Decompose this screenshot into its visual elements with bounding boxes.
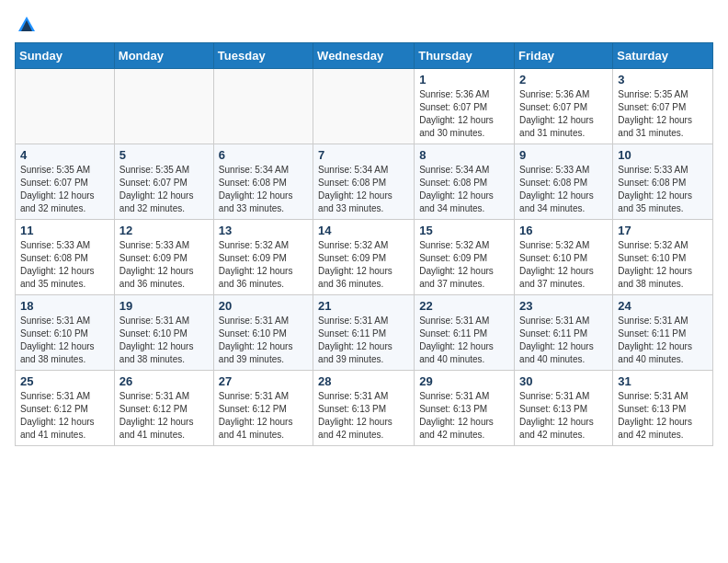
- calendar-cell: 2Sunrise: 5:36 AM Sunset: 6:07 PM Daylig…: [515, 69, 613, 144]
- day-info: Sunrise: 5:36 AM Sunset: 6:07 PM Dayligh…: [419, 88, 509, 140]
- day-number: 18: [20, 299, 109, 313]
- calendar-cell: 8Sunrise: 5:34 AM Sunset: 6:08 PM Daylig…: [415, 144, 515, 220]
- day-number: 24: [618, 299, 708, 313]
- day-number: 28: [318, 374, 409, 388]
- day-info: Sunrise: 5:31 AM Sunset: 6:13 PM Dayligh…: [519, 390, 608, 442]
- day-number: 6: [219, 148, 308, 162]
- calendar-cell: 6Sunrise: 5:34 AM Sunset: 6:08 PM Daylig…: [213, 144, 313, 220]
- calendar-cell: 12Sunrise: 5:33 AM Sunset: 6:09 PM Dayli…: [114, 220, 213, 295]
- day-number: 9: [519, 148, 608, 162]
- calendar-cell: 9Sunrise: 5:33 AM Sunset: 6:08 PM Daylig…: [515, 144, 613, 220]
- day-number: 29: [419, 374, 509, 388]
- day-number: 5: [119, 148, 209, 162]
- day-number: 19: [119, 299, 209, 313]
- calendar-header-monday: Monday: [114, 43, 213, 69]
- day-number: 22: [419, 299, 509, 313]
- calendar-cell: 3Sunrise: 5:35 AM Sunset: 6:07 PM Daylig…: [613, 69, 713, 144]
- day-info: Sunrise: 5:35 AM Sunset: 6:07 PM Dayligh…: [20, 164, 109, 215]
- day-info: Sunrise: 5:31 AM Sunset: 6:11 PM Dayligh…: [618, 315, 708, 366]
- day-number: 14: [318, 224, 409, 237]
- day-info: Sunrise: 5:33 AM Sunset: 6:08 PM Dayligh…: [519, 164, 608, 215]
- day-info: Sunrise: 5:36 AM Sunset: 6:07 PM Dayligh…: [519, 88, 608, 140]
- calendar-cell: 10Sunrise: 5:33 AM Sunset: 6:08 PM Dayli…: [613, 144, 713, 220]
- calendar-cell: 13Sunrise: 5:32 AM Sunset: 6:09 PM Dayli…: [213, 220, 313, 295]
- calendar-cell: 1Sunrise: 5:36 AM Sunset: 6:07 PM Daylig…: [415, 69, 515, 144]
- day-number: 15: [419, 224, 509, 237]
- day-number: 17: [618, 224, 708, 237]
- day-info: Sunrise: 5:31 AM Sunset: 6:13 PM Dayligh…: [419, 390, 509, 442]
- calendar-cell: 11Sunrise: 5:33 AM Sunset: 6:08 PM Dayli…: [16, 220, 115, 295]
- calendar-cell: 30Sunrise: 5:31 AM Sunset: 6:13 PM Dayli…: [515, 371, 613, 446]
- calendar-cell: 19Sunrise: 5:31 AM Sunset: 6:10 PM Dayli…: [114, 295, 213, 371]
- calendar-cell: 26Sunrise: 5:31 AM Sunset: 6:12 PM Dayli…: [114, 371, 213, 446]
- day-info: Sunrise: 5:31 AM Sunset: 6:10 PM Dayligh…: [219, 315, 308, 366]
- day-number: 11: [20, 224, 109, 237]
- day-number: 16: [519, 224, 608, 237]
- day-number: 26: [119, 374, 209, 388]
- calendar-header-tuesday: Tuesday: [213, 43, 313, 69]
- calendar-cell: 4Sunrise: 5:35 AM Sunset: 6:07 PM Daylig…: [16, 144, 115, 220]
- calendar-cell: 18Sunrise: 5:31 AM Sunset: 6:10 PM Dayli…: [16, 295, 115, 371]
- day-number: 10: [618, 148, 708, 162]
- calendar-week-row: 18Sunrise: 5:31 AM Sunset: 6:10 PM Dayli…: [16, 295, 713, 371]
- calendar-cell: 25Sunrise: 5:31 AM Sunset: 6:12 PM Dayli…: [16, 371, 115, 446]
- calendar-cell: 31Sunrise: 5:31 AM Sunset: 6:13 PM Dayli…: [613, 371, 713, 446]
- day-number: 12: [119, 224, 209, 237]
- day-info: Sunrise: 5:31 AM Sunset: 6:10 PM Dayligh…: [119, 315, 209, 366]
- calendar-header-sunday: Sunday: [16, 43, 115, 69]
- day-info: Sunrise: 5:31 AM Sunset: 6:13 PM Dayligh…: [318, 390, 409, 442]
- calendar-cell: 5Sunrise: 5:35 AM Sunset: 6:07 PM Daylig…: [114, 144, 213, 220]
- calendar-header-row: SundayMondayTuesdayWednesdayThursdayFrid…: [16, 43, 713, 69]
- calendar-cell: 21Sunrise: 5:31 AM Sunset: 6:11 PM Dayli…: [313, 295, 415, 371]
- day-info: Sunrise: 5:31 AM Sunset: 6:11 PM Dayligh…: [318, 315, 409, 366]
- day-number: 27: [219, 374, 308, 388]
- day-number: 25: [20, 374, 109, 388]
- day-info: Sunrise: 5:32 AM Sunset: 6:09 PM Dayligh…: [318, 239, 409, 291]
- calendar-cell: 7Sunrise: 5:34 AM Sunset: 6:08 PM Daylig…: [313, 144, 415, 220]
- day-number: 20: [219, 299, 308, 313]
- day-info: Sunrise: 5:31 AM Sunset: 6:11 PM Dayligh…: [419, 315, 509, 366]
- day-info: Sunrise: 5:32 AM Sunset: 6:09 PM Dayligh…: [219, 239, 308, 291]
- calendar-cell: 15Sunrise: 5:32 AM Sunset: 6:09 PM Dayli…: [415, 220, 515, 295]
- calendar-cell: 23Sunrise: 5:31 AM Sunset: 6:11 PM Dayli…: [515, 295, 613, 371]
- day-info: Sunrise: 5:31 AM Sunset: 6:10 PM Dayligh…: [20, 315, 109, 366]
- calendar-header-saturday: Saturday: [613, 43, 713, 69]
- calendar-cell: 24Sunrise: 5:31 AM Sunset: 6:11 PM Dayli…: [613, 295, 713, 371]
- calendar-cell: [114, 69, 213, 144]
- calendar-week-row: 1Sunrise: 5:36 AM Sunset: 6:07 PM Daylig…: [16, 69, 713, 144]
- day-info: Sunrise: 5:31 AM Sunset: 6:11 PM Dayligh…: [519, 315, 608, 366]
- day-info: Sunrise: 5:31 AM Sunset: 6:13 PM Dayligh…: [618, 390, 708, 442]
- day-info: Sunrise: 5:34 AM Sunset: 6:08 PM Dayligh…: [419, 164, 509, 215]
- day-info: Sunrise: 5:32 AM Sunset: 6:10 PM Dayligh…: [618, 239, 708, 291]
- day-number: 31: [618, 374, 708, 388]
- calendar-cell: [213, 69, 313, 144]
- day-info: Sunrise: 5:32 AM Sunset: 6:09 PM Dayligh…: [419, 239, 509, 291]
- day-number: 30: [519, 374, 608, 388]
- day-info: Sunrise: 5:33 AM Sunset: 6:08 PM Dayligh…: [20, 239, 109, 291]
- day-number: 21: [318, 299, 409, 313]
- day-info: Sunrise: 5:35 AM Sunset: 6:07 PM Dayligh…: [119, 164, 209, 215]
- calendar-cell: 22Sunrise: 5:31 AM Sunset: 6:11 PM Dayli…: [415, 295, 515, 371]
- day-info: Sunrise: 5:35 AM Sunset: 6:07 PM Dayligh…: [618, 88, 708, 140]
- calendar-cell: 28Sunrise: 5:31 AM Sunset: 6:13 PM Dayli…: [313, 371, 415, 446]
- page-header: [15, 15, 713, 35]
- day-number: 23: [519, 299, 608, 313]
- day-number: 4: [20, 148, 109, 162]
- calendar-week-row: 11Sunrise: 5:33 AM Sunset: 6:08 PM Dayli…: [16, 220, 713, 295]
- day-info: Sunrise: 5:31 AM Sunset: 6:12 PM Dayligh…: [219, 390, 308, 442]
- calendar-cell: 14Sunrise: 5:32 AM Sunset: 6:09 PM Dayli…: [313, 220, 415, 295]
- day-number: 7: [318, 148, 409, 162]
- day-info: Sunrise: 5:33 AM Sunset: 6:09 PM Dayligh…: [119, 239, 209, 291]
- calendar-week-row: 25Sunrise: 5:31 AM Sunset: 6:12 PM Dayli…: [16, 371, 713, 446]
- calendar-cell: 27Sunrise: 5:31 AM Sunset: 6:12 PM Dayli…: [213, 371, 313, 446]
- calendar-cell: 29Sunrise: 5:31 AM Sunset: 6:13 PM Dayli…: [415, 371, 515, 446]
- day-number: 3: [618, 73, 708, 86]
- logo: [15, 15, 37, 35]
- day-number: 1: [419, 73, 509, 86]
- calendar-cell: 20Sunrise: 5:31 AM Sunset: 6:10 PM Dayli…: [213, 295, 313, 371]
- calendar-cell: [16, 69, 115, 144]
- day-info: Sunrise: 5:31 AM Sunset: 6:12 PM Dayligh…: [20, 390, 109, 442]
- calendar-header-wednesday: Wednesday: [313, 43, 415, 69]
- calendar-cell: [313, 69, 415, 144]
- day-number: 13: [219, 224, 308, 237]
